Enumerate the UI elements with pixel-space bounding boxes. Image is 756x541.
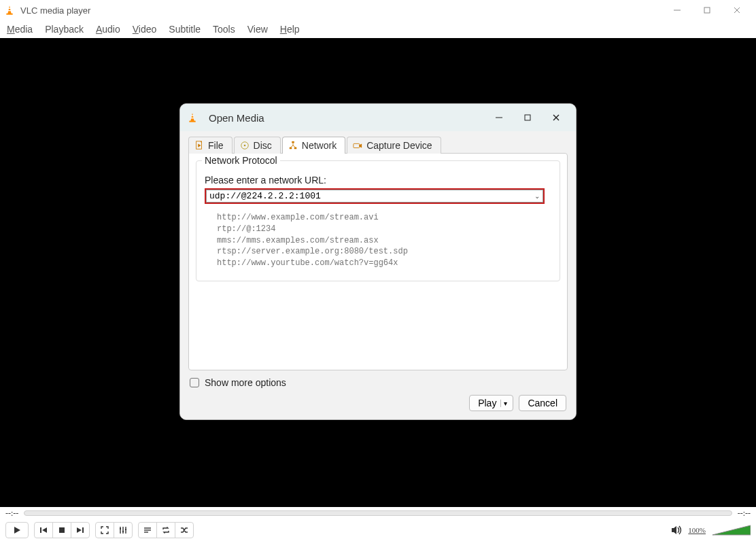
svg-marker-0 <box>7 5 11 14</box>
play-icon <box>12 525 22 535</box>
fullscreen-button[interactable] <box>95 522 114 538</box>
dialog-maximize-button[interactable] <box>513 107 542 128</box>
network-icon <box>288 141 298 150</box>
skip-next-icon <box>75 525 85 535</box>
svg-rect-3 <box>6 14 12 15</box>
maximize-button[interactable] <box>692 0 722 20</box>
menu-audio[interactable]: Audio <box>96 24 120 35</box>
speaker-icon[interactable] <box>670 524 683 536</box>
playlist-button[interactable] <box>138 522 157 538</box>
show-more-options-row[interactable]: Show more options <box>190 377 568 388</box>
svg-rect-23 <box>294 147 297 150</box>
url-dropdown-button[interactable]: ⌄ <box>531 190 543 203</box>
open-media-dialog: Open Media File Disc <box>179 103 577 420</box>
tab-network-label: Network <box>302 140 337 151</box>
tab-network[interactable]: Network <box>282 137 345 154</box>
svg-rect-22 <box>290 147 292 150</box>
show-more-options-checkbox[interactable] <box>190 378 199 387</box>
cancel-button-label: Cancel <box>528 398 557 408</box>
close-button[interactable] <box>722 0 752 20</box>
svg-marker-28 <box>360 143 362 147</box>
dialog-close-button[interactable] <box>542 107 570 128</box>
show-more-options-label: Show more options <box>205 377 286 388</box>
tab-capture[interactable]: Capture Device <box>347 137 441 154</box>
equalizer-icon <box>118 525 128 535</box>
transport-controls: 100% <box>0 519 756 541</box>
stop-icon <box>57 525 67 535</box>
menu-tools[interactable]: Tools <box>213 24 235 35</box>
svg-rect-34 <box>82 527 84 533</box>
dialog-titlebar: Open Media <box>180 104 576 131</box>
tab-disc[interactable]: Disc <box>234 137 281 154</box>
svg-marker-33 <box>77 527 82 533</box>
disc-icon <box>240 141 250 150</box>
svg-marker-8 <box>190 113 194 121</box>
menu-subtitle[interactable]: Subtitle <box>169 24 201 35</box>
tab-file-label: File <box>208 140 224 151</box>
vlc-cone-icon <box>4 5 15 16</box>
skip-previous-icon <box>39 525 48 535</box>
tab-capture-label: Capture Device <box>366 140 432 151</box>
svg-line-25 <box>290 145 293 147</box>
svg-point-20 <box>243 145 245 147</box>
play-button[interactable]: Play ▾ <box>469 395 513 411</box>
svg-rect-21 <box>292 141 294 143</box>
svg-rect-2 <box>8 10 12 11</box>
svg-rect-40 <box>125 529 126 530</box>
svg-rect-9 <box>191 116 194 116</box>
repeat-icon <box>161 525 171 535</box>
menu-media[interactable]: Media <box>7 24 33 35</box>
svg-rect-32 <box>59 527 65 533</box>
volume-label[interactable]: 100% <box>688 526 706 534</box>
capture-icon <box>353 141 362 150</box>
main-titlebar: VLC media player <box>0 0 756 20</box>
svg-marker-45 <box>712 525 751 535</box>
svg-marker-31 <box>42 527 47 533</box>
svg-rect-27 <box>354 143 360 147</box>
svg-rect-30 <box>40 527 41 533</box>
svg-marker-44 <box>672 526 676 534</box>
svg-marker-29 <box>14 527 20 534</box>
tab-disc-label: Disc <box>254 140 272 151</box>
file-icon <box>194 141 204 150</box>
vlc-cone-icon <box>187 112 198 123</box>
main-menubar: MediaPlaybackAudioVideoSubtitleToolsView… <box>0 20 756 38</box>
seek-bar-row: --:-- --:-- <box>0 507 756 519</box>
volume-slider[interactable] <box>712 524 751 536</box>
menu-video[interactable]: Video <box>133 24 157 35</box>
svg-rect-13 <box>525 115 530 120</box>
svg-rect-10 <box>191 118 194 118</box>
next-button[interactable] <box>71 522 90 538</box>
tab-file[interactable]: File <box>188 137 233 154</box>
shuffle-button[interactable] <box>175 522 194 538</box>
dialog-title: Open Media <box>209 112 485 124</box>
url-examples: http://www.example.com/stream.avi rtp://… <box>217 212 551 269</box>
menu-help[interactable]: Help <box>280 24 300 35</box>
svg-rect-5 <box>704 7 710 13</box>
extended-settings-button[interactable] <box>114 522 133 538</box>
play-pause-button[interactable] <box>5 522 29 538</box>
svg-marker-18 <box>198 143 201 147</box>
previous-button[interactable] <box>34 522 53 538</box>
url-field-highlight: ⌄ <box>205 188 545 204</box>
stop-button[interactable] <box>52 522 71 538</box>
menu-view[interactable]: View <box>247 24 268 35</box>
network-url-input[interactable] <box>206 190 531 203</box>
group-legend: Network Protocol <box>202 155 280 166</box>
minimize-button[interactable] <box>662 0 692 20</box>
url-label: Please enter a network URL: <box>205 175 551 186</box>
svg-rect-38 <box>120 528 121 529</box>
seek-track[interactable] <box>24 510 732 516</box>
svg-rect-39 <box>122 531 124 532</box>
network-protocol-group: Network Protocol Please enter a network … <box>196 160 560 281</box>
time-remaining: --:-- <box>738 508 751 519</box>
menu-playback[interactable]: Playback <box>45 24 84 35</box>
playlist-icon <box>143 525 152 535</box>
play-dropdown-toggle[interactable]: ▾ <box>500 400 510 407</box>
cancel-button[interactable]: Cancel <box>519 395 566 411</box>
shuffle-icon <box>179 525 189 535</box>
dialog-minimize-button[interactable] <box>485 107 513 128</box>
svg-line-26 <box>293 145 296 147</box>
fullscreen-icon <box>100 525 109 535</box>
repeat-button[interactable] <box>156 522 175 538</box>
